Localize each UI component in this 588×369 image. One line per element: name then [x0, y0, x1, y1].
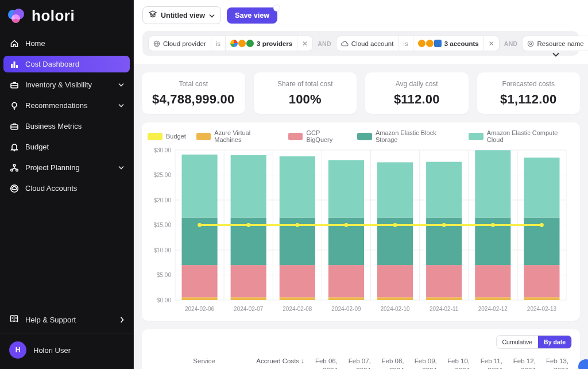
legend-swatch: [196, 133, 211, 140]
sidebar-item-cost-dashboard[interactable]: Cost Dashboard: [3, 56, 130, 72]
help-support-label: Help & Support: [25, 316, 76, 324]
column-header-date[interactable]: Feb 09, 2024: [408, 355, 440, 369]
column-header-date[interactable]: Feb 07, 2024: [341, 355, 374, 369]
remove-filter-icon[interactable]: ✕: [484, 40, 499, 48]
sidebar-item-home[interactable]: Home: [3, 35, 130, 52]
cumulative-toggle-button[interactable]: Cumulative: [497, 336, 539, 348]
kpi-forecasted-costs: Forecasted costs $1,112.00: [477, 72, 581, 114]
save-view-label: Save view: [235, 11, 269, 20]
chevron-down-icon: [118, 166, 124, 170]
legend-label: Azure Virtual Machines: [214, 129, 278, 143]
expand-filters-chevron-icon[interactable]: [552, 52, 559, 57]
briefcase-icon: [9, 121, 19, 131]
view-selector-button[interactable]: Untitled view: [142, 6, 221, 24]
cost-chart-card: Budget Azure Virtual Machines GCP BigQue…: [142, 122, 580, 321]
sidebar-item-label: Inventory & Visibility: [25, 80, 92, 89]
filter-chip-resource-name[interactable]: Resource name is not EC2 ✕: [522, 36, 588, 51]
account-icon-aws: [426, 40, 434, 47]
chevron-right-icon: [120, 317, 124, 323]
kpi-value: $4,788,999.00: [152, 92, 234, 107]
sidebar-item-label: Home: [25, 39, 45, 48]
column-header-date[interactable]: Feb 08, 2024: [374, 355, 408, 369]
legend-swatch: [357, 133, 372, 140]
globe-icon: [153, 40, 160, 47]
by-date-toggle-button[interactable]: By date: [538, 336, 571, 348]
svg-text:2024-02-09: 2024-02-09: [331, 306, 361, 312]
kpi-value: $1,112.00: [500, 92, 556, 107]
column-header-accrued-costs[interactable]: Accrued Costs ↓: [253, 355, 308, 369]
sidebar-item-budget[interactable]: Budget: [3, 139, 130, 155]
kpi-label: Total cost: [179, 80, 208, 88]
column-header-date[interactable]: Feb 06, 2024: [308, 355, 341, 369]
sidebar-item-label: Project Planning: [25, 163, 80, 172]
svg-text:2024-02-12: 2024-02-12: [478, 306, 508, 312]
svg-text:2024-02-11: 2024-02-11: [430, 306, 459, 312]
avatar: H: [9, 341, 26, 359]
svg-text:2024-02-13: 2024-02-13: [527, 306, 557, 312]
sidebar-item-label: Budget: [25, 143, 49, 151]
lightbulb-icon: [9, 101, 19, 110]
briefcase-icon: [9, 80, 19, 90]
svg-text:$0.00: $0.00: [157, 297, 171, 303]
legend-item[interactable]: Budget: [148, 129, 186, 143]
kpi-label: Share of total cost: [277, 80, 333, 88]
cloud-icon: [341, 41, 349, 47]
and-connector: AND: [504, 40, 518, 47]
filter-operator: is: [399, 36, 413, 51]
svg-text:$15.00: $15.00: [153, 222, 171, 228]
svg-text:$30.00: $30.00: [153, 147, 171, 153]
sidebar-item-label: Cost Dashboard: [25, 60, 79, 68]
column-header-date[interactable]: Feb 13, 2024: [539, 355, 572, 369]
dashboard-content: Total cost $4,788,999.00 Share of total …: [134, 64, 588, 369]
logo-text: holori: [32, 7, 75, 25]
svg-text:$10.00: $10.00: [153, 247, 171, 253]
legend-item[interactable]: Amazon Elastic Block Storage: [357, 129, 458, 143]
filter-chip-cloud-provider[interactable]: Cloud provider is 3 providers ✕: [148, 36, 313, 51]
save-view-button[interactable]: Save view: [227, 7, 277, 24]
column-header-service[interactable]: Service: [189, 355, 253, 369]
legend-label: GCP BigQuery: [306, 129, 347, 143]
sidebar-item-help-support[interactable]: Help & Support: [0, 309, 133, 330]
filter-chip-cloud-account[interactable]: Cloud account is 3 accounts ✕: [336, 36, 500, 51]
app-window: holori Home Cost Dashboard Inventory & V…: [0, 0, 588, 369]
filter-bar: Cloud provider is 3 providers ✕ AND Clou…: [142, 31, 579, 56]
chevron-down-icon: [118, 103, 124, 107]
sidebar-item-label: Recommendations: [25, 101, 87, 110]
sidebar-item-business-metrics[interactable]: Business Metrics: [3, 118, 130, 134]
topbar: Untitled view Save view Cloud provider i…: [134, 0, 588, 64]
user-menu[interactable]: H Holori User: [0, 333, 133, 369]
kpi-label: Forecasted costs: [502, 80, 555, 88]
column-header-date[interactable]: Feb 12, 2024: [506, 355, 539, 369]
kpi-value: 100%: [289, 92, 322, 107]
sidebar-item-inventory-visibility[interactable]: Inventory & Visibility: [3, 76, 130, 93]
filter-value: 3 accounts: [444, 40, 479, 47]
user-name: Holori User: [33, 346, 71, 355]
legend-label: Budget: [166, 133, 186, 140]
book-icon: [9, 314, 19, 325]
kpi-row: Total cost $4,788,999.00 Share of total …: [142, 72, 580, 114]
sidebar-item-cloud-accounts[interactable]: Cloud Accounts: [3, 180, 130, 197]
legend-item[interactable]: GCP BigQuery: [288, 129, 347, 143]
table-mode-toggle: Cumulative By date: [496, 335, 572, 349]
provider-icon-aws: [238, 40, 246, 47]
svg-text:2024-02-06: 2024-02-06: [185, 306, 215, 312]
bar-chart-icon: [9, 59, 19, 69]
svg-text:$20.00: $20.00: [153, 197, 171, 203]
sidebar: holori Home Cost Dashboard Inventory & V…: [0, 0, 134, 369]
sidebar-item-recommendations[interactable]: Recommendations: [3, 97, 130, 114]
chart-legend: Budget Azure Virtual Machines GCP BigQue…: [148, 129, 574, 143]
sidebar-nav: Home Cost Dashboard Inventory & Visibili…: [0, 33, 133, 199]
remove-filter-icon[interactable]: ✕: [297, 40, 312, 48]
legend-item[interactable]: Amazon Elastic Compute Cloud: [469, 129, 574, 143]
kpi-share-of-total-cost: Share of total cost 100%: [254, 72, 357, 114]
column-header-date[interactable]: Feb 10, 2024: [440, 355, 473, 369]
stacked-bar-chart[interactable]: $0.00$5.00$10.00$15.00$20.00$25.00$30.00…: [148, 145, 573, 315]
sidebar-item-project-planning[interactable]: Project Planning: [3, 159, 130, 176]
sidebar-item-label: Cloud Accounts: [25, 184, 77, 193]
filter-field: Cloud account: [351, 40, 394, 47]
legend-item[interactable]: Azure Virtual Machines: [196, 129, 278, 143]
and-connector: AND: [318, 40, 331, 47]
layers-icon: [149, 10, 157, 20]
column-header-date[interactable]: Feb 11, 2024: [473, 355, 506, 369]
kpi-value: $112.00: [394, 92, 440, 107]
